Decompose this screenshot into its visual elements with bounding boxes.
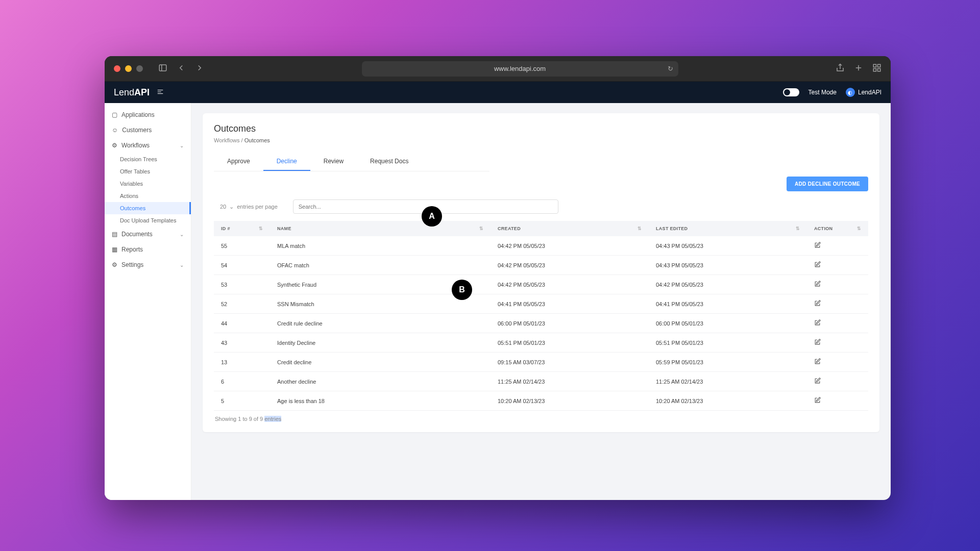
sidebar-item-documents[interactable]: ▤ Documents ⌄ (105, 227, 191, 242)
cell-name: MLA match (270, 236, 491, 256)
cell-created: 04:41 PM 05/05/23 (491, 294, 649, 314)
edit-button[interactable] (807, 294, 868, 314)
chevron-down-icon: ⌄ (180, 232, 184, 237)
footer-text-selected: entries (264, 416, 281, 422)
main-content: Outcomes Workflows / Outcomes ApproveDec… (191, 103, 891, 500)
sidebar-item-label: Customers (122, 127, 152, 134)
cell-last-edited: 10:20 AM 02/13/23 (649, 391, 807, 411)
edit-button[interactable] (807, 333, 868, 353)
cell-name: Identity Decline (270, 333, 491, 353)
tab-review[interactable]: Review (310, 153, 357, 171)
tenant-badge[interactable]: ◐ LendAPI (846, 88, 881, 97)
edit-icon (814, 281, 821, 287)
tab-approve[interactable]: Approve (214, 153, 263, 171)
edit-button[interactable] (807, 256, 868, 275)
edit-button[interactable] (807, 314, 868, 333)
sidebar-item-reports[interactable]: ▦ Reports (105, 242, 191, 257)
cell-created: 11:25 AM 02/14/23 (491, 372, 649, 391)
back-button[interactable] (177, 63, 186, 74)
breadcrumb: Workflows / Outcomes (214, 137, 868, 143)
svg-rect-5 (873, 64, 876, 67)
chevron-down-icon: ⌄ (180, 143, 184, 148)
breadcrumb-current: Outcomes (244, 137, 270, 143)
col-id[interactable]: ID #⇅ (214, 221, 270, 236)
tabs-overview-icon[interactable] (872, 63, 881, 74)
sidebar-item-workflows[interactable]: ⚙ Workflows ⌄ (105, 138, 191, 153)
edit-icon (814, 261, 821, 268)
gear-icon: ⚙ (112, 261, 117, 268)
tab-decline[interactable]: Decline (263, 153, 310, 171)
brand-pre: Lend (114, 87, 134, 97)
sidebar-subitem-outcomes[interactable]: Outcomes (105, 202, 191, 214)
share-icon[interactable] (836, 63, 845, 74)
cell-name: Another decline (270, 372, 491, 391)
sidebar-toggle-icon[interactable] (158, 63, 167, 74)
url-bar[interactable]: www.lendapi.com ↻ (362, 61, 678, 77)
sidebar-item-customers[interactable]: ☺ Customers (105, 122, 191, 138)
page-title: Outcomes (214, 123, 868, 134)
sidebar-subitem-doc-upload-templates[interactable]: Doc Upload Templates (105, 214, 191, 227)
test-mode-toggle[interactable] (783, 88, 799, 96)
cell-name: OFAC match (270, 256, 491, 275)
sidebar-item-settings[interactable]: ⚙ Settings ⌄ (105, 257, 191, 272)
collapse-sidebar-icon[interactable] (157, 87, 164, 98)
page-size-value: 20 (220, 204, 226, 210)
sidebar-subitem-offer-tables[interactable]: Offer Tables (105, 165, 191, 178)
sort-icon: ⇅ (638, 226, 642, 231)
table-row: 52SSN Mismatch04:41 PM 05/05/2304:41 PM … (214, 294, 868, 314)
table-controls: 20 ⌄ entries per page (214, 199, 868, 214)
annotation-marker-b: B (452, 280, 472, 300)
table-row: 13Credit decline09:15 AM 03/07/2305:59 P… (214, 353, 868, 372)
forward-button[interactable] (195, 63, 204, 74)
outcomes-table: ID #⇅ NAME⇅ CREATED⇅ LAST EDITED⇅ ACTION… (214, 221, 868, 411)
chevron-down-icon: ⌄ (229, 204, 234, 210)
edit-button[interactable] (807, 275, 868, 294)
col-last-edited[interactable]: LAST EDITED⇅ (649, 221, 807, 236)
add-decline-outcome-button[interactable]: ADD DECLINE OUTCOME (787, 177, 868, 191)
col-name[interactable]: NAME⇅ (270, 221, 491, 236)
sidebar-subitem-variables[interactable]: Variables (105, 178, 191, 190)
documents-icon: ▤ (112, 231, 117, 238)
page-size-select[interactable]: 20 ⌄ entries per page (214, 204, 278, 210)
sort-icon: ⇅ (479, 226, 483, 231)
col-created[interactable]: CREATED⇅ (491, 221, 649, 236)
edit-icon (814, 319, 821, 326)
cell-last-edited: 04:42 PM 05/05/23 (649, 275, 807, 294)
cell-id: 5 (214, 391, 270, 411)
cell-last-edited: 04:41 PM 05/05/23 (649, 294, 807, 314)
applications-icon: ▢ (112, 111, 117, 118)
window-minimize-button[interactable] (125, 65, 132, 72)
table-row: 55MLA match04:42 PM 05/05/2304:43 PM 05/… (214, 236, 868, 256)
edit-button[interactable] (807, 236, 868, 256)
cell-last-edited: 11:25 AM 02/14/23 (649, 372, 807, 391)
cell-created: 05:51 PM 05/01/23 (491, 333, 649, 353)
logo[interactable]: LendAPI (114, 87, 164, 98)
svg-rect-6 (878, 64, 880, 67)
tenant-label: LendAPI (858, 89, 881, 96)
cell-created: 09:15 AM 03/07/23 (491, 353, 649, 372)
breadcrumb-root[interactable]: Workflows (214, 137, 240, 143)
edit-button[interactable] (807, 391, 868, 411)
sidebar-item-applications[interactable]: ▢ Applications (105, 107, 191, 122)
cell-created: 06:00 PM 05/01/23 (491, 314, 649, 333)
sort-icon: ⇅ (857, 226, 861, 231)
cell-name: Credit rule decline (270, 314, 491, 333)
sidebar-subitem-decision-trees[interactable]: Decision Trees (105, 153, 191, 165)
edit-button[interactable] (807, 353, 868, 372)
edit-button[interactable] (807, 372, 868, 391)
sidebar-item-label: Reports (121, 246, 143, 253)
new-tab-icon[interactable] (854, 63, 863, 74)
window-maximize-button[interactable] (136, 65, 143, 72)
svg-rect-0 (159, 65, 166, 71)
cell-id: 13 (214, 353, 270, 372)
table-footer: Showing 1 to 9 of 9 entries (214, 411, 868, 423)
window-close-button[interactable] (114, 65, 120, 72)
tab-request-docs[interactable]: Request Docs (357, 153, 422, 171)
sidebar-subitem-actions[interactable]: Actions (105, 190, 191, 202)
annotation-marker-a: A (422, 206, 442, 227)
footer-text: Showing 1 to 9 of 9 (215, 416, 264, 422)
sidebar-item-label: Workflows (121, 142, 150, 149)
customers-icon: ☺ (112, 127, 118, 134)
reload-icon[interactable]: ↻ (668, 65, 673, 72)
edit-icon (814, 358, 821, 365)
